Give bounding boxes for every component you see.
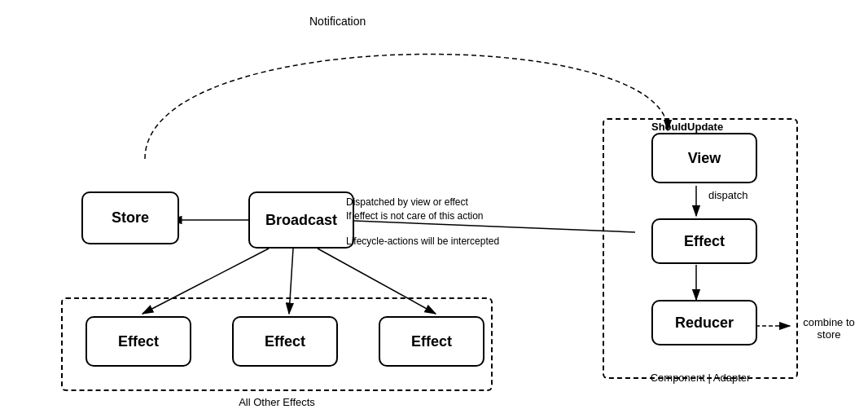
effect-box-2: Effect	[232, 316, 338, 367]
store-box: Store	[81, 191, 179, 244]
broadcast-box: Broadcast	[248, 191, 354, 249]
should-update-label: ShouldUpdate	[651, 121, 723, 133]
all-other-effects-label: All Other Effects	[61, 396, 493, 408]
lifecycle-text-label: Lifecycle-actions will be intercepted	[346, 235, 509, 249]
effect-box-1: Effect	[85, 316, 191, 367]
dispatch-label: dispatch	[708, 189, 747, 201]
effect-box-3: Effect	[379, 316, 484, 367]
effect-box-right: Effect	[651, 218, 757, 264]
view-box: View	[651, 133, 757, 183]
combine-to-store-label: combine to store	[790, 316, 868, 341]
notification-label: Notification	[309, 15, 366, 28]
dispatched-text-label: Dispatched by view or effect If effect i…	[346, 196, 509, 223]
component-adapter-label: Component | Adapter	[603, 372, 798, 384]
reducer-box: Reducer	[651, 300, 757, 345]
